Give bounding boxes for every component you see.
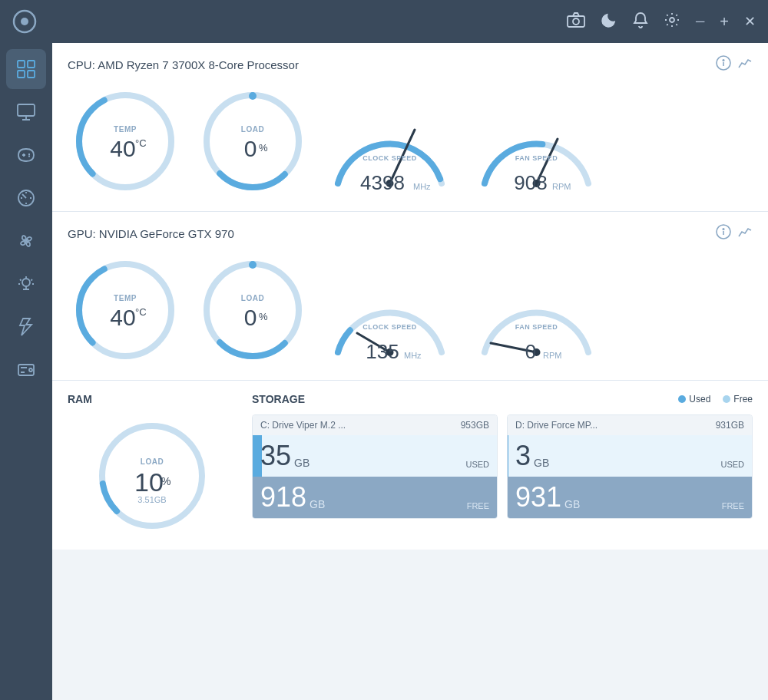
svg-text:LOAD: LOAD <box>141 457 164 466</box>
legend-free-label: Free <box>733 394 753 404</box>
svg-text:LOAD: LOAD <box>241 294 264 302</box>
gpu-load-gauge: LOAD 0 % <box>195 253 310 368</box>
svg-text:CLOCK SPEED: CLOCK SPEED <box>362 323 417 331</box>
drive-c: C: Drive Viper M.2 ... 953GB 35 GB USED … <box>252 414 498 519</box>
legend-used-label: Used <box>689 394 710 404</box>
used-dot <box>678 395 686 403</box>
drive-c-used-label: USED <box>465 460 489 469</box>
bottom-section: RAM LOAD 10 % 3.51GB STORAGE <box>52 381 768 550</box>
sidebar-item-monitor[interactable] <box>6 92 46 132</box>
svg-text:0: 0 <box>244 305 257 330</box>
cpu-load-gauge: LOAD 0 % <box>195 84 310 199</box>
gpu-clock-gauge: CLOCK SPEED 135 MHz <box>323 253 457 368</box>
storage-title: STORAGE <box>252 393 305 405</box>
drive-d-name: D: Drive Force MP... <box>515 420 598 431</box>
drive-c-name: C: Drive Viper M.2 ... <box>260 420 346 431</box>
drive-d-total: 931GB <box>716 420 744 431</box>
svg-text:4398: 4398 <box>360 171 405 194</box>
sidebar-item-storage[interactable] <box>6 350 46 390</box>
svg-point-4 <box>670 18 674 22</box>
svg-text:40: 40 <box>110 136 135 161</box>
main-layout: CPU: AMD Ryzen 7 3700X 8-Core Processor <box>0 43 768 700</box>
gpu-info-icon[interactable] <box>716 224 731 243</box>
gpu-chart-icon[interactable] <box>737 224 753 243</box>
svg-rect-6 <box>28 61 35 68</box>
drive-d-used-unit: GB <box>534 457 549 469</box>
drive-d-used-bar <box>508 435 508 477</box>
svg-point-12 <box>22 279 30 286</box>
drive-d-free-value: 931 <box>515 481 561 513</box>
gpu-gauges: TEMP 40 °C LOAD 0 % <box>68 253 753 368</box>
settings-icon[interactable] <box>664 12 680 32</box>
drive-c-used-unit: GB <box>294 457 310 469</box>
drive-c-free: 918 GB FREE <box>253 477 497 518</box>
cpu-title: CPU: AMD Ryzen 7 3700X 8-Core Processor <box>68 58 299 71</box>
svg-rect-8 <box>28 71 35 78</box>
close-button[interactable]: ✕ <box>744 13 756 30</box>
svg-text:CLOCK SPEED: CLOCK SPEED <box>362 154 417 162</box>
svg-text:0: 0 <box>525 340 536 363</box>
sidebar <box>0 43 52 700</box>
drive-d-used-label: USED <box>720 460 744 469</box>
svg-rect-13 <box>18 365 34 375</box>
maximize-button[interactable]: + <box>720 13 729 31</box>
drive-c-total: 953GB <box>461 420 489 431</box>
sidebar-item-power[interactable] <box>6 307 46 347</box>
cpu-load-svg: LOAD 0 % <box>195 84 310 199</box>
svg-text:RPM: RPM <box>543 351 561 360</box>
svg-rect-9 <box>18 104 35 116</box>
storage-header: STORAGE Used Free <box>252 393 753 405</box>
sidebar-item-gaming[interactable] <box>6 135 46 175</box>
cpu-section: CPU: AMD Ryzen 7 3700X 8-Core Processor <box>52 43 768 212</box>
drive-d-used: 3 GB USED <box>508 435 752 477</box>
ram-gauge: LOAD 10 % 3.51GB <box>68 414 237 537</box>
drive-d-header: D: Drive Force MP... 931GB <box>508 415 752 435</box>
svg-text:%: % <box>259 142 268 154</box>
sidebar-item-performance[interactable] <box>6 178 46 218</box>
minimize-button[interactable]: ─ <box>696 15 704 28</box>
svg-text:0: 0 <box>244 136 257 161</box>
svg-text:135: 135 <box>366 340 399 363</box>
svg-text:40: 40 <box>110 305 135 330</box>
sidebar-item-fan[interactable] <box>6 221 46 261</box>
cpu-info-icon[interactable] <box>716 55 731 74</box>
svg-point-41 <box>723 229 724 230</box>
content-area: CPU: AMD Ryzen 7 3700X 8-Core Processor <box>52 43 768 700</box>
svg-point-49 <box>249 261 257 269</box>
drive-d: D: Drive Force MP... 931GB 3 GB USED 931 <box>507 414 753 519</box>
sidebar-item-dashboard[interactable] <box>6 49 46 89</box>
free-dot <box>723 395 730 403</box>
svg-point-1 <box>21 18 28 25</box>
gpu-temp-gauge: TEMP 40 °C <box>68 253 183 368</box>
cpu-gauges: TEMP 40 °C LOAD 0 % <box>68 84 753 199</box>
storage-legend: Used Free <box>678 394 753 404</box>
titlebar-actions: ─ + ✕ <box>567 12 756 32</box>
cpu-section-icons <box>716 55 753 74</box>
cpu-chart-icon[interactable] <box>737 55 753 74</box>
gpu-section-icons <box>716 224 753 243</box>
svg-text:LOAD: LOAD <box>241 125 264 134</box>
storage-section: STORAGE Used Free <box>252 393 753 537</box>
svg-text:%: % <box>259 311 268 322</box>
svg-point-17 <box>723 60 724 61</box>
drive-c-used-value: 35 <box>260 440 291 472</box>
bell-icon[interactable] <box>633 12 648 32</box>
svg-text:°C: °C <box>135 306 147 318</box>
legend-used: Used <box>678 394 710 404</box>
svg-point-14 <box>29 368 32 371</box>
drive-c-free-value: 918 <box>260 481 306 513</box>
svg-text:908: 908 <box>514 171 547 194</box>
drive-d-free-label: FREE <box>722 501 744 510</box>
svg-point-3 <box>573 18 579 25</box>
cpu-clock-gauge: CLOCK SPEED 4398 MHz <box>323 84 457 199</box>
drive-c-free-unit: GB <box>310 498 325 510</box>
moon-icon[interactable] <box>601 12 617 32</box>
sidebar-item-lighting[interactable] <box>6 264 46 304</box>
svg-text:FAN SPEED: FAN SPEED <box>515 154 558 162</box>
drive-c-header: C: Drive Viper M.2 ... 953GB <box>253 415 497 435</box>
camera-icon[interactable] <box>567 12 585 31</box>
legend-free: Free <box>723 394 753 404</box>
svg-text:TEMP: TEMP <box>114 125 137 134</box>
drive-c-used: 35 GB USED <box>253 435 497 477</box>
svg-rect-7 <box>18 71 25 78</box>
